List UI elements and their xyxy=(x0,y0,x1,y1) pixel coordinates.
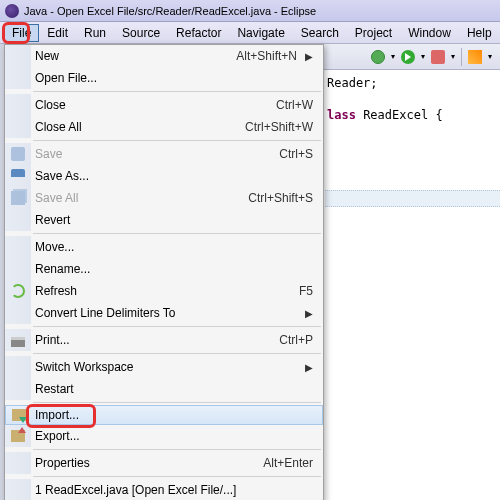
menu-item-1-readexcel-java-open-excel-file[interactable]: 1 ReadExcel.java [Open Excel File/...] xyxy=(5,479,323,500)
menu-item-label: 1 ReadExcel.java [Open Excel File/...] xyxy=(31,483,313,497)
menu-file[interactable]: File xyxy=(4,24,39,42)
current-line-highlight xyxy=(325,190,500,207)
code-text: ReadExcel { xyxy=(356,108,443,122)
submenu-arrow-icon: ▶ xyxy=(297,51,313,62)
menu-item-new[interactable]: NewAlt+Shift+N▶ xyxy=(5,45,323,67)
menu-item-label: New xyxy=(31,49,228,63)
blank-icon xyxy=(10,359,26,375)
import-icon xyxy=(12,409,26,421)
menu-item-label: Move... xyxy=(31,240,313,254)
menu-item-move[interactable]: Move... xyxy=(5,236,323,258)
menu-item-label: Rename... xyxy=(31,262,313,276)
menu-item-label: Switch Workspace xyxy=(31,360,297,374)
accelerator: Alt+Shift+N xyxy=(228,49,297,63)
submenu-arrow-icon: ▶ xyxy=(297,308,313,319)
menu-help[interactable]: Help xyxy=(459,24,500,42)
menu-item-close-all[interactable]: Close AllCtrl+Shift+W xyxy=(5,116,323,138)
accelerator: Ctrl+W xyxy=(268,98,313,112)
accelerator: Ctrl+P xyxy=(271,333,313,347)
saveas-icon xyxy=(11,169,25,183)
menu-separator xyxy=(33,326,321,327)
menu-item-import[interactable]: Import... xyxy=(5,405,323,425)
external-tools-icon[interactable] xyxy=(431,50,445,64)
menu-separator xyxy=(33,476,321,477)
toolbar-separator xyxy=(461,48,462,66)
menu-window[interactable]: Window xyxy=(400,24,459,42)
code-line: Reader; xyxy=(327,74,498,92)
accelerator: F5 xyxy=(291,284,313,298)
accelerator: Ctrl+Shift+W xyxy=(237,120,313,134)
blank-icon xyxy=(10,305,26,321)
blank-icon xyxy=(10,97,26,113)
menu-item-convert-line-delimiters-to[interactable]: Convert Line Delimiters To▶ xyxy=(5,302,323,324)
run-icon[interactable] xyxy=(401,50,415,64)
blank-icon xyxy=(10,119,26,135)
menu-item-refresh[interactable]: RefreshF5 xyxy=(5,280,323,302)
print-icon xyxy=(11,337,25,347)
menu-item-label: Revert xyxy=(31,213,313,227)
menu-item-save-all: Save AllCtrl+Shift+S xyxy=(5,187,323,209)
menu-item-revert[interactable]: Revert xyxy=(5,209,323,231)
window-title: Java - Open Excel File/src/Reader/ReadEx… xyxy=(24,5,316,17)
menu-item-label: Print... xyxy=(31,333,271,347)
eclipse-icon xyxy=(5,4,19,18)
debug-icon[interactable] xyxy=(371,50,385,64)
menu-separator xyxy=(33,91,321,92)
blank-icon xyxy=(10,455,26,471)
menu-item-restart[interactable]: Restart xyxy=(5,378,323,400)
blank-icon xyxy=(10,48,26,64)
menu-item-rename[interactable]: Rename... xyxy=(5,258,323,280)
menu-item-close[interactable]: CloseCtrl+W xyxy=(5,94,323,116)
refresh-icon xyxy=(11,284,25,298)
menu-item-label: Close xyxy=(31,98,268,112)
dropdown-arrow-icon[interactable]: ▾ xyxy=(421,52,425,61)
blank-icon xyxy=(10,381,26,397)
menu-item-label: Save xyxy=(31,147,271,161)
menu-item-export[interactable]: Export... xyxy=(5,425,323,447)
menu-navigate[interactable]: Navigate xyxy=(229,24,292,42)
menu-project[interactable]: Project xyxy=(347,24,400,42)
menu-source[interactable]: Source xyxy=(114,24,168,42)
menu-item-properties[interactable]: PropertiesAlt+Enter xyxy=(5,452,323,474)
accelerator: Ctrl+S xyxy=(271,147,313,161)
menu-separator xyxy=(33,449,321,450)
menu-run[interactable]: Run xyxy=(76,24,114,42)
code-line: lass ReadExcel { xyxy=(327,106,498,124)
menu-edit[interactable]: Edit xyxy=(39,24,76,42)
dropdown-arrow-icon[interactable]: ▾ xyxy=(488,52,492,61)
dropdown-arrow-icon[interactable]: ▾ xyxy=(451,52,455,61)
code-text: Reader; xyxy=(327,76,378,90)
menu-item-label: Close All xyxy=(31,120,237,134)
menu-item-label: Open File... xyxy=(31,71,313,85)
menu-item-print[interactable]: Print...Ctrl+P xyxy=(5,329,323,351)
menu-item-label: Import... xyxy=(31,408,312,422)
menu-item-label: Refresh xyxy=(31,284,291,298)
blank-icon xyxy=(10,212,26,228)
blank-icon xyxy=(10,482,26,498)
export-icon xyxy=(11,430,25,442)
blank-icon xyxy=(10,70,26,86)
menu-separator xyxy=(33,233,321,234)
menu-item-open-file[interactable]: Open File... xyxy=(5,67,323,89)
menu-item-label: Save All xyxy=(31,191,240,205)
editor-area[interactable]: Reader; lass ReadExcel { xyxy=(325,70,500,500)
menu-item-label: Export... xyxy=(31,429,313,443)
menu-refactor[interactable]: Refactor xyxy=(168,24,229,42)
menu-separator xyxy=(33,353,321,354)
menu-item-save-as[interactable]: Save As... xyxy=(5,165,323,187)
file-menu-dropdown: NewAlt+Shift+N▶Open File...CloseCtrl+WCl… xyxy=(4,44,324,500)
menu-item-label: Convert Line Delimiters To xyxy=(31,306,297,320)
dropdown-arrow-icon[interactable]: ▾ xyxy=(391,52,395,61)
menu-item-label: Properties xyxy=(31,456,255,470)
menu-search[interactable]: Search xyxy=(293,24,347,42)
menubar: FileEditRunSourceRefactorNavigateSearchP… xyxy=(0,22,500,44)
accelerator: Ctrl+Shift+S xyxy=(240,191,313,205)
saveall-icon xyxy=(11,191,25,205)
menu-item-label: Restart xyxy=(31,382,313,396)
titlebar: Java - Open Excel File/src/Reader/ReadEx… xyxy=(0,0,500,22)
blank-icon xyxy=(10,261,26,277)
new-package-icon[interactable] xyxy=(468,50,482,64)
menu-item-switch-workspace[interactable]: Switch Workspace▶ xyxy=(5,356,323,378)
menu-item-label: Save As... xyxy=(31,169,313,183)
save-icon xyxy=(11,147,25,161)
